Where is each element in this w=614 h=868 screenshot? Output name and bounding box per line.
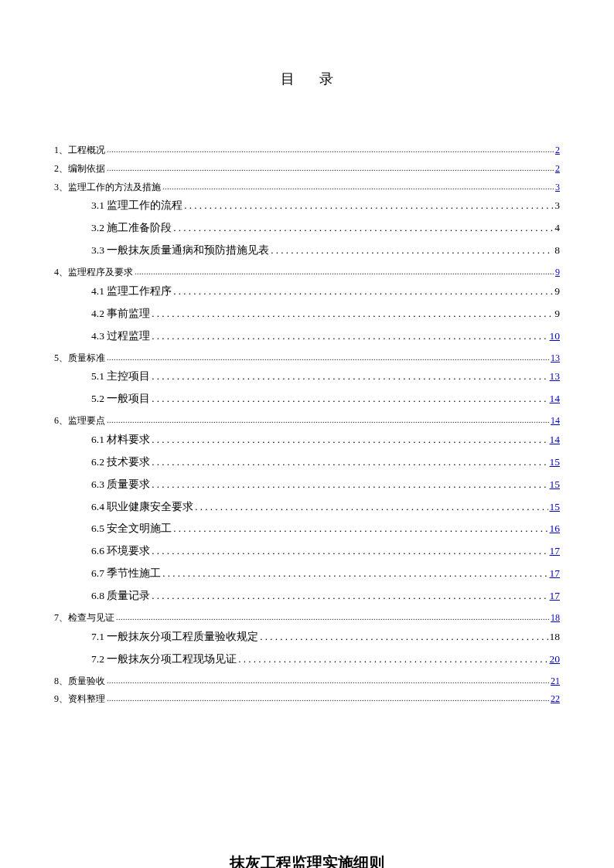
- toc-entry: 3、监理工作的方法及措施3: [54, 181, 560, 194]
- toc-leader: [184, 199, 553, 213]
- toc-leader: [135, 266, 554, 279]
- toc-leader: [271, 243, 553, 258]
- toc-leader: [152, 433, 547, 448]
- toc-entry: 9、资料整理22: [54, 693, 560, 706]
- toc-entry: 6.5 安全文明施工16: [54, 522, 560, 536]
- toc-page-number[interactable]: 17: [550, 544, 561, 559]
- toc-entry: 6.1 材料要求14: [54, 433, 560, 448]
- toc-entry: 7、检查与见证18: [54, 611, 560, 625]
- toc-entry: 8、质量验收21: [54, 675, 560, 688]
- toc-entry: 2、编制依据2: [54, 162, 560, 175]
- toc-page-number[interactable]: 2: [555, 144, 560, 157]
- toc-label: 7、检查与见证: [54, 611, 114, 625]
- toc-page-number[interactable]: 16: [550, 522, 561, 536]
- toc-label: 6.5 安全文明施工: [91, 522, 172, 536]
- toc-page-number: 3: [554, 199, 560, 213]
- toc-label: 9、资料整理: [54, 693, 105, 706]
- toc-leader: [260, 630, 547, 645]
- toc-label: 6.7 季节性施工: [91, 567, 161, 581]
- toc-page-number: 9: [554, 284, 560, 299]
- toc-label: 7.2 一般抹灰分项工程现场见证: [91, 652, 237, 667]
- toc-page-number[interactable]: 14: [550, 392, 561, 407]
- toc-page-number[interactable]: 20: [550, 652, 561, 667]
- toc-page-number[interactable]: 15: [550, 500, 561, 515]
- toc-page-number[interactable]: 2: [555, 162, 560, 175]
- toc-entry: 1、工程概况2: [54, 144, 560, 157]
- toc-leader: [173, 522, 547, 536]
- toc-page-number[interactable]: 3: [555, 181, 560, 194]
- toc-entry: 3.3 一般抹灰质量通病和预防措施见表8: [54, 243, 560, 258]
- toc-leader: [107, 693, 549, 706]
- toc-label: 6.3 质量要求: [91, 478, 150, 492]
- toc-leader: [107, 162, 554, 175]
- toc-entry: 7.2 一般抹灰分项工程现场见证20: [54, 652, 560, 667]
- toc-page-number[interactable]: 15: [550, 478, 561, 492]
- toc-entry: 6.4 职业健康安全要求15: [54, 500, 560, 515]
- toc-leader: [152, 589, 547, 604]
- toc-title: 目 录: [54, 70, 560, 88]
- toc-page-number: 4: [554, 221, 560, 236]
- toc-page-number[interactable]: 21: [551, 675, 560, 688]
- toc-leader: [195, 500, 547, 515]
- toc-entry: 6.8 质量记录17: [54, 589, 560, 604]
- toc-label: 4.2 事前监理: [91, 307, 150, 322]
- toc-leader: [152, 392, 547, 407]
- toc-container: 1、工程概况22、编制依据23、监理工作的方法及措施33.1 监理工作的流程33…: [54, 144, 560, 706]
- toc-page-number: 8: [554, 243, 560, 258]
- toc-leader: [152, 544, 547, 559]
- toc-leader: [107, 352, 549, 365]
- toc-label: 4.1 监理工作程序: [91, 284, 172, 299]
- toc-entry: 3.2 施工准备阶段4: [54, 221, 560, 236]
- toc-leader: [107, 414, 549, 427]
- toc-entry: 5、质量标准13: [54, 352, 560, 365]
- toc-leader: [107, 144, 554, 157]
- toc-entry: 7.1 一般抹灰分项工程质量验收规定18: [54, 630, 560, 645]
- toc-page-number[interactable]: 13: [550, 369, 561, 384]
- toc-label: 5、质量标准: [54, 352, 105, 365]
- toc-entry: 5.1 主控项目13: [54, 369, 560, 384]
- toc-page-number[interactable]: 17: [550, 589, 561, 604]
- toc-leader: [152, 455, 547, 470]
- toc-page-number: 18: [550, 630, 561, 645]
- toc-page-number[interactable]: 13: [551, 352, 560, 365]
- toc-label: 3.2 施工准备阶段: [91, 221, 172, 236]
- toc-page-number[interactable]: 14: [550, 433, 561, 448]
- toc-label: 6.4 职业健康安全要求: [91, 500, 193, 515]
- toc-entry: 4、监理程序及要求9: [54, 266, 560, 279]
- toc-label: 5.2 一般项目: [91, 392, 150, 407]
- toc-entry: 5.2 一般项目14: [54, 392, 560, 407]
- toc-page-number[interactable]: 17: [550, 567, 561, 581]
- toc-page-number[interactable]: 14: [551, 414, 560, 427]
- toc-leader: [173, 221, 553, 236]
- toc-label: 6.2 技术要求: [91, 455, 150, 470]
- document-subtitle: 抹灰工程监理实施细则: [54, 853, 560, 868]
- toc-label: 1、工程概况: [54, 144, 105, 157]
- toc-leader: [116, 611, 549, 625]
- toc-page-number[interactable]: 10: [550, 329, 561, 344]
- toc-label: 5.1 主控项目: [91, 369, 150, 384]
- toc-entry: 6.7 季节性施工17: [54, 567, 560, 581]
- toc-label: 8、质量验收: [54, 675, 105, 688]
- toc-leader: [152, 369, 547, 384]
- toc-label: 6、监理要点: [54, 414, 105, 427]
- toc-leader: [162, 181, 554, 194]
- toc-entry: 4.2 事前监理9: [54, 307, 560, 322]
- toc-entry: 6.3 质量要求15: [54, 478, 560, 492]
- toc-page-number[interactable]: 9: [555, 266, 560, 279]
- toc-page-number[interactable]: 22: [551, 693, 560, 706]
- toc-label: 3、监理工作的方法及措施: [54, 181, 161, 194]
- toc-label: 4.3 过程监理: [91, 329, 150, 344]
- toc-label: 6.6 环境要求: [91, 544, 150, 559]
- toc-leader: [173, 284, 553, 299]
- toc-entry: 4.3 过程监理10: [54, 329, 560, 344]
- toc-leader: [152, 307, 553, 322]
- toc-label: 6.8 质量记录: [91, 589, 150, 604]
- toc-leader: [238, 652, 547, 667]
- toc-label: 6.1 材料要求: [91, 433, 150, 448]
- toc-page-number[interactable]: 15: [550, 455, 561, 470]
- toc-leader: [107, 675, 549, 688]
- toc-entry: 3.1 监理工作的流程3: [54, 199, 560, 213]
- toc-label: 3.3 一般抹灰质量通病和预防措施见表: [91, 243, 269, 258]
- toc-label: 4、监理程序及要求: [54, 266, 133, 279]
- toc-page-number[interactable]: 18: [551, 611, 560, 625]
